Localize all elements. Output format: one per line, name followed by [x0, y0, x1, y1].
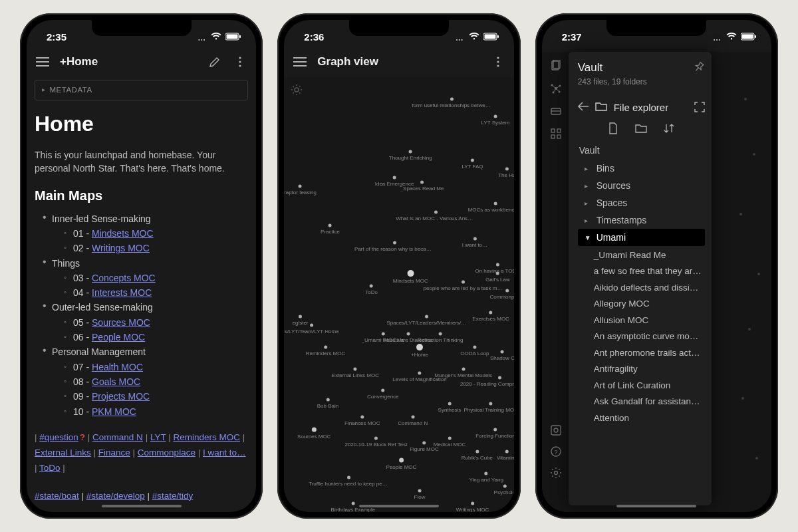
footer-link[interactable]: I want to… [203, 448, 246, 458]
graph-node[interactable]: Forcing Function [475, 428, 513, 440]
footer-link[interactable]: LYT [150, 432, 166, 442]
note-link[interactable]: Interests MOC [92, 287, 152, 298]
tag-link[interactable]: #state/boat [35, 491, 79, 501]
footer-link[interactable]: Reminders MOC [173, 432, 240, 442]
tree-folder[interactable]: ▸Timestamps [578, 211, 705, 229]
graph-node[interactable]: +Home [411, 344, 428, 358]
graph-node[interactable]: Practice [321, 223, 340, 235]
edit-icon[interactable] [207, 54, 223, 70]
graph-node[interactable]: people who are led by a task manager cut… [424, 281, 503, 292]
graph-node[interactable]: Truffle hunters need to keep perspective… [309, 476, 388, 487]
graph-node[interactable]: 2020 - Reading Comprehension - Bob [460, 376, 514, 387]
graph-node[interactable]: MOCs as workbenches [468, 202, 514, 213]
graph-node[interactable]: Munger's Mental Models [434, 367, 492, 378]
expand-icon[interactable] [694, 102, 705, 112]
note-link[interactable]: Sources MOC [92, 317, 150, 328]
tree-file[interactable]: Art of Link Curation [578, 378, 705, 393]
tree-folder-expanded[interactable]: ▼Umami [578, 229, 705, 246]
metadata-toggle[interactable]: METADATA [35, 80, 248, 100]
graph-node[interactable]: Medical MOC [434, 437, 466, 448]
graph-node[interactable]: Part of the reason why is because… [354, 241, 434, 253]
back-icon[interactable] [578, 102, 589, 113]
tree-folder[interactable]: ▸Sources [578, 177, 705, 194]
graph-node[interactable]: Ying and Yang [469, 471, 503, 483]
note-link[interactable]: Goals MOC [92, 376, 140, 387]
note-link[interactable]: People MOC [92, 332, 145, 342]
footer-link[interactable]: #question [39, 432, 78, 442]
tag-link[interactable]: #state/tidy [152, 491, 194, 501]
graph-node[interactable]: Figure MOC [410, 441, 439, 452]
note-link[interactable]: Mindsets MOC [92, 228, 154, 239]
tree-file[interactable]: Antifragility [578, 361, 705, 376]
footer-link[interactable]: External Links [35, 448, 91, 458]
graph-node[interactable]: LYT FAQ [462, 158, 483, 170]
more-icon[interactable] [490, 54, 506, 70]
settings-icon[interactable] [550, 467, 562, 479]
note-link[interactable]: Writings MOC [92, 243, 150, 253]
graph-node[interactable]: MOCs are Dialectics [384, 332, 432, 344]
tree-file[interactable]: a few so free that they are… [578, 263, 705, 279]
graph-node[interactable]: Synthesis [438, 402, 462, 414]
graph-node[interactable]: Commonplace [489, 289, 513, 301]
more-icon[interactable] [232, 54, 248, 70]
graph-node[interactable]: 2020-10-19 Block Ref Test [344, 437, 407, 448]
graph-node[interactable]: ToDo [365, 285, 378, 296]
graph-node[interactable]: OODA Loop [460, 346, 489, 357]
note-link[interactable]: Health MOC [92, 362, 143, 372]
graph-node[interactable]: LYT System [481, 115, 510, 126]
graph-node[interactable]: Mindsets MOC [393, 270, 428, 285]
graph-node[interactable]: Refraction Thinking [418, 332, 464, 344]
footer-link[interactable]: Commonplace [138, 448, 196, 458]
tree-file[interactable]: Allegory MOC [578, 296, 705, 311]
graph-node[interactable]: What is an MOC - Various Answers [396, 211, 475, 222]
sort-icon[interactable] [663, 122, 675, 137]
note-link[interactable]: Concepts MOC [92, 273, 156, 283]
graph-node[interactable]: People MOC [386, 458, 417, 471]
home-indicator[interactable] [616, 505, 696, 507]
tree-folder[interactable]: ▸Spaces [578, 194, 705, 211]
graph-node[interactable]: Finances MOC [344, 415, 380, 426]
footer-link[interactable]: Finance [98, 448, 130, 458]
tree-file[interactable]: An asymptotic curve model… [578, 329, 705, 344]
gear-icon[interactable] [291, 84, 303, 96]
graph-node[interactable]: I want to… [462, 237, 487, 248]
graph-node[interactable]: _Umami Read Me [362, 332, 404, 344]
graph-node[interactable]: The Ho [498, 167, 513, 178]
graph-node[interactable]: Flow [414, 489, 426, 500]
graph-node[interactable]: Exercises MOC [472, 311, 509, 322]
graph-node[interactable]: Rubik's Cube [462, 450, 493, 462]
graph-node[interactable]: Writings MOC [456, 502, 489, 512]
home-indicator[interactable] [102, 505, 182, 507]
graph-node[interactable]: External Links MOC [332, 367, 379, 378]
graph-node[interactable]: Shadow C [490, 350, 514, 361]
home-indicator[interactable] [359, 505, 439, 507]
graph-node[interactable]: Gall's Law [485, 271, 510, 283]
footer-link[interactable]: Command N [92, 432, 143, 442]
graph-icon[interactable] [550, 82, 562, 94]
tree-file[interactable]: Attention [578, 410, 705, 426]
tree-file[interactable]: Allusion MOC [578, 313, 705, 328]
note-link[interactable]: Projects MOC [92, 391, 150, 402]
graph-node[interactable]: Thought Enriching [389, 150, 432, 161]
graph-node[interactable]: s/LYT/Team/LYT Home [285, 324, 339, 335]
graph-node[interactable]: Bob Bain [317, 398, 338, 409]
tree-file[interactable]: Aikido deflects and dissipat… [578, 280, 705, 295]
footer-link[interactable]: ToDo [39, 463, 61, 473]
graph-node[interactable]: _Spaces Read Me [400, 180, 444, 192]
graph-canvas[interactable]: Thought Enrichingform useful relationshi… [284, 77, 513, 512]
graph-node[interactable]: raptor teasing [284, 185, 317, 196]
tree-file[interactable]: Ask Gandalf for assistance. [578, 394, 705, 409]
note-link[interactable]: PKM MOC [92, 406, 136, 417]
vault-icon[interactable] [550, 424, 562, 436]
pin-icon[interactable] [690, 59, 707, 75]
graph-node[interactable]: Sources MOC [297, 428, 331, 440]
tree-folder[interactable]: ▸Bins [578, 160, 705, 177]
files-icon[interactable] [550, 60, 562, 72]
graph-node[interactable]: Convergence [367, 389, 399, 400]
tree-file[interactable]: Ant pheromone trails act lik… [578, 345, 705, 360]
graph-node[interactable]: Reminders MOC [306, 346, 346, 357]
tree-file[interactable]: _Umami Read Me [578, 247, 705, 263]
menu-icon[interactable] [292, 54, 308, 70]
graph-node[interactable]: Levels of Magnification [392, 372, 446, 383]
graph-node[interactable]: egister [292, 315, 308, 327]
